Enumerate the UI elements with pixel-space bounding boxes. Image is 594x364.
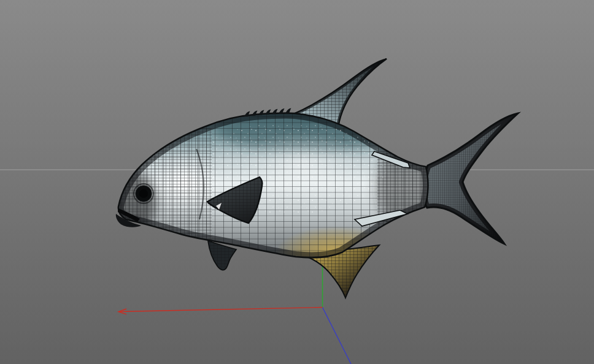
viewport-3d[interactable]	[0, 0, 594, 364]
fish-eye[interactable]	[134, 184, 153, 203]
fish-body[interactable]	[104, 109, 444, 276]
axis-z-blue[interactable]	[323, 308, 352, 364]
axis-gizmo[interactable]	[118, 264, 351, 364]
fish-model[interactable]	[104, 59, 518, 298]
scene-svg	[0, 0, 594, 364]
axis-x-red[interactable]	[119, 308, 323, 312]
tail-fin[interactable]	[423, 113, 518, 244]
